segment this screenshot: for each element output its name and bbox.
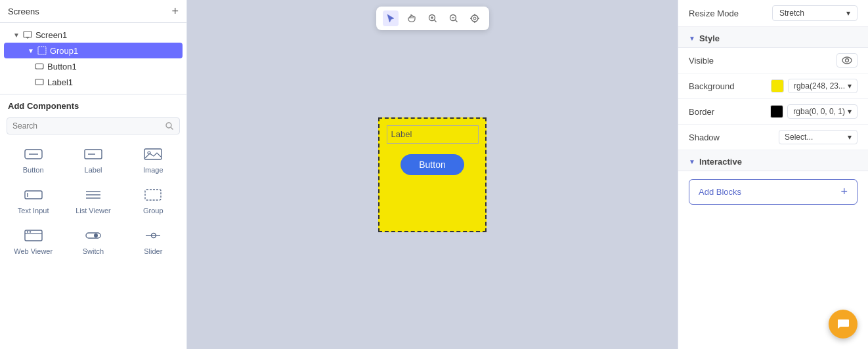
screen-tree: ▼ Screen1 ▼ Group1 (0, 23, 186, 94)
add-blocks-button[interactable]: Add Blocks + (689, 179, 857, 205)
component-switch[interactable]: Switch (64, 221, 122, 260)
border-value: rgba(0, 0, 0, 1) (793, 107, 845, 116)
style-section-header: ▼ Style (678, 27, 868, 48)
background-value: rgba(248, 23... (794, 81, 845, 91)
visible-toggle[interactable] (836, 53, 857, 68)
component-web-viewer-label: Web Viewer (14, 247, 53, 255)
tree-item-group1[interactable]: ▼ Group1 (4, 43, 183, 58)
visible-label: Visible (689, 56, 714, 66)
svg-rect-4 (35, 64, 43, 69)
tree-item-screen1[interactable]: ▼ Screen1 (0, 27, 186, 43)
component-list-viewer-label: List Viewer (76, 207, 111, 215)
switch-comp-icon (83, 226, 104, 245)
button-comp-icon (23, 145, 44, 163)
tree-item-label1[interactable]: Label1 (0, 74, 186, 90)
svg-rect-12 (144, 149, 162, 159)
svg-point-24 (29, 231, 30, 232)
component-text-input[interactable]: Text Input (4, 180, 62, 220)
border-dropdown[interactable]: rgba(0, 0, 0, 1) ▾ (787, 104, 857, 119)
tree-label-button1: Button1 (47, 62, 77, 72)
textinput-comp-icon (23, 186, 44, 204)
search-input[interactable] (12, 121, 165, 131)
component-slider[interactable]: Slider (124, 221, 183, 260)
tree-label-screen1: Screen1 (35, 30, 67, 40)
label-field[interactable] (387, 125, 479, 144)
hand-tool-button[interactable] (404, 10, 420, 26)
canvas-area: Button (187, 0, 678, 349)
svg-point-43 (846, 59, 849, 62)
border-row: Border rgba(0, 0, 0, 1) ▾ (678, 99, 868, 125)
svg-line-30 (434, 20, 436, 22)
add-screen-button[interactable]: + (171, 5, 179, 17)
group-icon-tree (37, 45, 47, 56)
shadow-row: Shadow Select... ▾ (678, 125, 868, 150)
shadow-label: Shadow (689, 133, 720, 142)
label-comp-icon (83, 145, 104, 163)
interactive-section-header: ▼ Interactive (678, 150, 868, 171)
label-icon-tree (34, 77, 45, 87)
background-dropdown[interactable]: rgba(248, 23... ▾ (788, 79, 857, 93)
component-switch-label: Switch (83, 247, 104, 255)
component-group[interactable]: Group (124, 180, 183, 220)
background-chevron: ▾ (848, 81, 852, 91)
background-color-swatch[interactable] (771, 79, 784, 92)
border-color-swatch[interactable] (770, 105, 783, 118)
background-row: Background rgba(248, 23... ▾ (678, 73, 868, 99)
chat-fab-button[interactable] (829, 310, 857, 339)
component-web-viewer[interactable]: Web Viewer (4, 221, 62, 260)
zoom-in-button[interactable] (425, 10, 441, 26)
svg-rect-0 (24, 31, 32, 37)
component-label[interactable]: Label (64, 140, 122, 179)
tree-toggle-group1: ▼ (28, 47, 34, 54)
screen-icon (22, 30, 33, 40)
search-icon (165, 121, 174, 131)
svg-rect-5 (35, 79, 43, 85)
component-label-label: Label (85, 166, 102, 174)
svg-rect-3 (38, 47, 46, 54)
background-label: Background (689, 81, 734, 91)
zoom-out-button[interactable] (446, 10, 462, 26)
border-label: Border (689, 107, 714, 117)
component-button[interactable]: Button (4, 140, 62, 179)
shadow-value: Select... (785, 133, 813, 142)
search-box (7, 117, 180, 134)
style-section-label: Style (699, 33, 720, 43)
svg-point-42 (842, 57, 852, 64)
resize-mode-label: Resize Mode (689, 9, 739, 18)
image-comp-icon (142, 145, 163, 163)
style-section-toggle[interactable]: ▼ (689, 35, 695, 42)
svg-point-23 (26, 231, 28, 232)
interactive-section-toggle[interactable]: ▼ (689, 158, 695, 165)
svg-line-34 (455, 20, 457, 22)
add-blocks-label: Add Blocks (699, 187, 741, 197)
shadow-dropdown[interactable]: Select... ▾ (779, 130, 857, 144)
canvas-content: Button (187, 0, 678, 349)
canvas-button[interactable]: Button (401, 154, 464, 175)
component-image[interactable]: Image (124, 140, 183, 179)
tree-item-button1[interactable]: Button1 (0, 58, 186, 74)
svg-point-26 (94, 234, 98, 237)
webviewer-comp-icon (23, 226, 44, 245)
component-list-viewer[interactable]: List Viewer (64, 180, 122, 220)
resize-mode-row: Resize Mode Stretch ▾ (678, 0, 868, 27)
fit-screen-button[interactable] (467, 10, 483, 26)
resize-mode-value: Stretch (779, 9, 804, 18)
group-comp-icon (142, 186, 163, 204)
group-container[interactable]: Button (378, 117, 487, 232)
tree-toggle-screen1: ▼ (13, 31, 20, 39)
tree-label-label1: Label1 (47, 77, 73, 87)
background-control: rgba(248, 23... ▾ (771, 79, 857, 93)
screens-header: Screens + (0, 0, 186, 23)
resize-mode-dropdown[interactable]: Stretch ▾ (772, 5, 857, 21)
svg-point-6 (166, 123, 171, 128)
add-components-header: Add Components (0, 94, 186, 115)
resize-mode-chevron: ▾ (846, 9, 850, 18)
slider-comp-icon (142, 226, 163, 245)
component-group-label: Group (143, 207, 163, 215)
right-panel: Resize Mode Stretch ▾ ▼ Style Visible Ba… (678, 0, 868, 349)
svg-rect-25 (86, 233, 100, 238)
border-control: rgba(0, 0, 0, 1) ▾ (770, 104, 857, 119)
svg-rect-20 (145, 190, 161, 200)
component-button-label: Button (23, 166, 44, 174)
select-tool-button[interactable] (383, 10, 399, 26)
